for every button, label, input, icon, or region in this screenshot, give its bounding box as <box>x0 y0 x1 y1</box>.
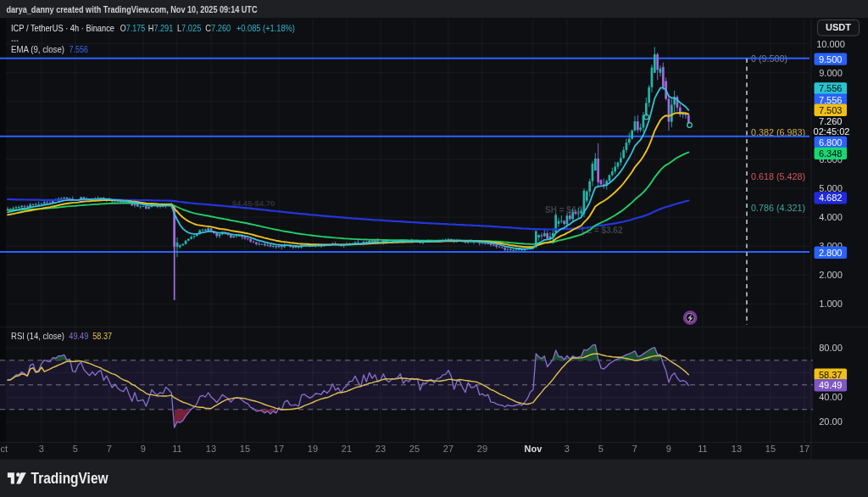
svg-text:25: 25 <box>409 444 420 454</box>
svg-text:49.49: 49.49 <box>69 331 88 341</box>
svg-text:02:45:02: 02:45:02 <box>814 126 850 137</box>
svg-text:Nov: Nov <box>525 444 543 454</box>
svg-text:9.000: 9.000 <box>819 68 843 78</box>
svg-text:C7.260: C7.260 <box>205 23 231 33</box>
svg-text:21: 21 <box>342 444 352 454</box>
svg-text:5: 5 <box>598 444 604 454</box>
svg-text:15: 15 <box>240 444 250 454</box>
svg-text:5: 5 <box>73 444 78 454</box>
svg-text:17: 17 <box>799 444 810 454</box>
svg-text:2.000: 2.000 <box>819 270 843 280</box>
svg-text:3: 3 <box>39 444 44 454</box>
svg-text:0.786 (4.321): 0.786 (4.321) <box>751 203 805 213</box>
svg-text:3: 3 <box>565 444 570 454</box>
svg-text:20.00: 20.00 <box>819 416 843 427</box>
svg-text:80.00: 80.00 <box>819 343 843 353</box>
svg-text:40.00: 40.00 <box>819 392 843 402</box>
svg-text:15: 15 <box>765 444 776 454</box>
svg-text:EMA (9, close): EMA (9, close) <box>11 44 64 54</box>
svg-text:Oct: Oct <box>0 444 8 454</box>
svg-text:SH = $4.3: SH = $4.3 <box>545 205 583 215</box>
svg-text:O7.175: O7.175 <box>120 23 146 33</box>
svg-text:9: 9 <box>141 444 146 454</box>
svg-text:...: ... <box>11 33 19 43</box>
svg-text:23: 23 <box>376 444 386 454</box>
svg-text:27: 27 <box>443 444 453 454</box>
svg-text:7.556: 7.556 <box>70 44 88 54</box>
svg-text:L7.025: L7.025 <box>177 23 202 33</box>
svg-text:7: 7 <box>632 444 637 454</box>
svg-text:7.503: 7.503 <box>819 105 843 115</box>
svg-text:11: 11 <box>698 444 707 454</box>
svg-text:USDT: USDT <box>826 22 851 32</box>
svg-text:9.500: 9.500 <box>819 54 843 64</box>
svg-text:7.260: 7.260 <box>819 116 843 126</box>
svg-text:1.000: 1.000 <box>819 299 843 309</box>
svg-text:H7.291: H7.291 <box>148 23 174 33</box>
svg-text:29: 29 <box>477 444 487 454</box>
svg-text:0.618 (5.428): 0.618 (5.428) <box>751 171 805 181</box>
svg-text:11: 11 <box>172 444 181 454</box>
svg-text:13: 13 <box>206 444 216 454</box>
svg-text:10.000: 10.000 <box>816 39 845 49</box>
svg-text:19: 19 <box>308 444 318 454</box>
svg-text:ICP / TetherUS · 4h · Binance: ICP / TetherUS · 4h · Binance <box>11 23 114 33</box>
svg-text:7: 7 <box>107 444 112 454</box>
svg-text:LL = $3.62: LL = $3.62 <box>581 226 623 235</box>
svg-text:49.49: 49.49 <box>819 380 843 390</box>
svg-text:58.37: 58.37 <box>92 331 112 341</box>
svg-text:2.800: 2.800 <box>819 248 843 258</box>
svg-text:darya_danny created with Tradi: darya_danny created with TradingView.com… <box>7 4 258 14</box>
svg-text:RSI (14, close): RSI (14, close) <box>11 331 64 341</box>
svg-text:6.348: 6.348 <box>819 148 843 159</box>
svg-text:7.556: 7.556 <box>819 83 843 93</box>
svg-text:58.37: 58.37 <box>819 370 843 380</box>
svg-text:7.556: 7.556 <box>819 95 843 105</box>
svg-text:TradingView: TradingView <box>31 470 108 487</box>
svg-text:13: 13 <box>732 444 742 454</box>
svg-text:9: 9 <box>666 444 671 454</box>
svg-text:+0.085 (+1.18%): +0.085 (+1.18%) <box>236 23 295 33</box>
svg-text:4.682: 4.682 <box>819 193 843 203</box>
svg-text:17: 17 <box>274 444 284 454</box>
svg-text:4.000: 4.000 <box>819 212 843 222</box>
svg-text:6.800: 6.800 <box>819 137 843 148</box>
svg-text:5.000: 5.000 <box>819 183 843 193</box>
